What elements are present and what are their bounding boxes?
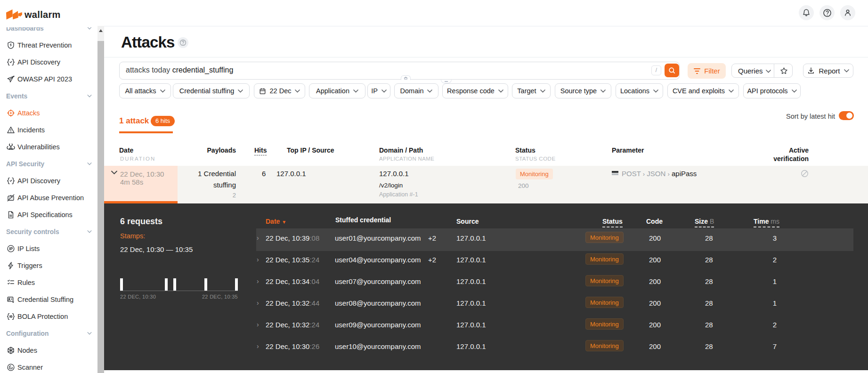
svg-text:wallarm: wallarm — [24, 9, 61, 20]
